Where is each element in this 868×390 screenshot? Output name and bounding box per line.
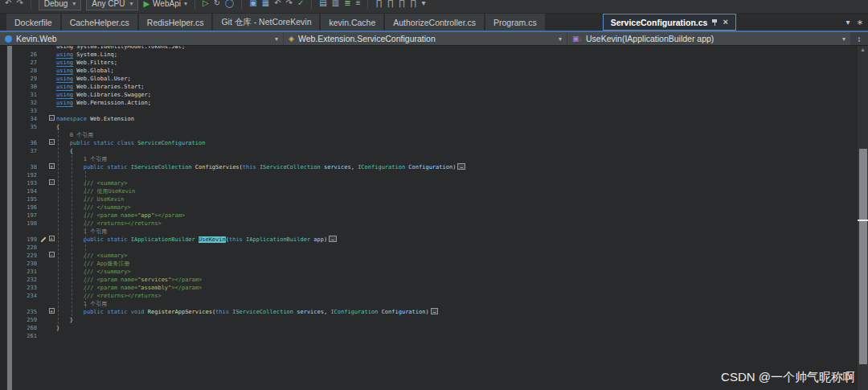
redo-icon[interactable]: ↷ — [286, 0, 293, 14]
indent-icon[interactable]: ≣ — [344, 0, 350, 14]
code-line[interactable]: 229− /// <summary> — [0, 252, 857, 260]
chevron-down-icon: ▾ — [559, 35, 562, 43]
navigate-forward-icon[interactable]: ↷ — [16, 0, 23, 14]
toolbar-overflow-icon[interactable]: ▾ — [421, 0, 425, 14]
comment-icon[interactable]: ▤ — [319, 0, 326, 14]
code-line[interactable]: 37 { — [0, 147, 857, 155]
collapse-region-icon[interactable]: − — [47, 115, 56, 123]
code-line[interactable]: 27using Web.Filters; — [0, 59, 857, 67]
bookmark-prev-icon[interactable]: ∏ — [375, 0, 382, 14]
bookmark-clear-icon[interactable]: ∏ — [410, 0, 416, 14]
code-line[interactable]: 231 /// </summary> — [0, 268, 857, 276]
save-icon[interactable]: ▣ — [249, 0, 256, 14]
codelens-line[interactable]: 1 个引用 — [0, 228, 857, 236]
platform-dropdown[interactable]: Any CPU ▾ — [86, 0, 138, 10]
debug-configuration-dropdown[interactable]: Debug ▾ — [39, 0, 81, 10]
run-button[interactable]: ▶ WebApi ▾ — [143, 0, 187, 8]
gear-icon[interactable]: ∗ — [857, 18, 863, 27]
code-line[interactable]: 194 /// 使用UseKevin — [0, 187, 857, 195]
collapse-region-icon[interactable]: − — [47, 252, 56, 260]
undo-icon[interactable]: ↶ — [274, 0, 280, 14]
expand-region-icon[interactable]: + — [47, 236, 56, 244]
tab-cachehelper-cs[interactable]: CacheHelper.cs — [62, 14, 137, 31]
fold-spacer — [47, 91, 56, 99]
code-line[interactable]: 35{ — [0, 123, 857, 131]
codelens-line[interactable]: 1 个引用 — [0, 300, 857, 308]
tab-program-cs[interactable]: Program.cs — [485, 14, 545, 31]
code-line[interactable]: 38+ public static IServiceCollection Con… — [0, 163, 857, 171]
code-line[interactable]: 29using Web.Global.User; — [0, 75, 857, 83]
code-line[interactable]: 233 /// <param name="assembly"></param> — [0, 284, 857, 292]
tab-dockerfile[interactable]: Dockerfile — [6, 14, 60, 31]
breadcrumb-type-label: Web.Extension.ServiceConfiguration — [298, 34, 436, 43]
code-text: { — [56, 147, 857, 155]
code-line[interactable]: 232 /// <param name="services"></param> — [0, 276, 857, 284]
tab-authorizecontroller-cs[interactable]: AuthorizeController.cs — [385, 14, 484, 31]
code-line[interactable]: 192 — [0, 171, 857, 179]
navigate-back-icon[interactable]: ↶ — [5, 0, 11, 14]
code-line[interactable]: 235+ public static void RegisterAppServi… — [0, 308, 857, 316]
code-line[interactable]: 198 /// <returns></returns> — [0, 220, 857, 228]
restart-icon[interactable]: ↻ — [214, 0, 220, 14]
code-line[interactable]: 259 } — [0, 316, 857, 324]
code-line[interactable]: 32using Web.Permission.Action; — [0, 99, 857, 107]
code-line[interactable]: 34−namespace Web.Extension — [0, 115, 857, 123]
code-line[interactable]: 230 /// App服务注册 — [0, 260, 857, 268]
start-without-debug-icon[interactable]: ▷ — [203, 0, 209, 14]
code-line[interactable]: 260} — [0, 324, 857, 332]
vertical-scrollbar[interactable]: ▲ — [857, 46, 868, 390]
tab-label: kevin.Cache — [329, 18, 375, 27]
tab-gap — [547, 14, 603, 31]
breadcrumb-type[interactable]: ◈ Web.Extension.ServiceConfiguration ▾ — [284, 32, 567, 45]
code-line[interactable]: 26using System.Linq; — [0, 51, 857, 59]
collapse-region-icon[interactable]: − — [47, 139, 56, 147]
code-editor[interactable]: using System.IdentityModel.Tokens.Jwt;26… — [0, 46, 868, 390]
bookmark-next-icon[interactable]: ∏ — [399, 0, 405, 14]
code-line[interactable]: 234 /// <returns></returns> — [0, 292, 857, 300]
code-line[interactable]: 31using Web.Libraries.Swagger; — [0, 91, 857, 99]
collapse-region-icon[interactable]: − — [47, 179, 56, 187]
document-tab-bar: DockerfileCacheHelper.csRedisHelper.csGi… — [0, 14, 868, 31]
hot-reload-icon[interactable]: ◯ — [225, 0, 234, 14]
breadcrumb-project[interactable]: Kevin.Web ▾ — [0, 32, 284, 45]
split-editor-button[interactable]: ↕ — [850, 32, 868, 45]
code-text: using Web.Permission.Action; — [56, 99, 857, 107]
tab-git-netcorekevin[interactable]: Git 仓库 - NetCoreKevin — [213, 14, 319, 31]
code-line[interactable]: 30using Web.Libraries.Start; — [0, 83, 857, 91]
code-line[interactable]: 33 — [0, 107, 857, 115]
expand-region-icon[interactable]: + — [47, 308, 56, 316]
code-text — [56, 107, 857, 115]
codelens-line[interactable]: 0 个引用 — [0, 131, 857, 139]
margin-spacer — [40, 211, 47, 220]
margin-spacer — [40, 332, 47, 340]
code-line[interactable]: 196 /// </summary> — [0, 203, 857, 211]
uncomment-icon[interactable]: ▥ — [332, 0, 339, 14]
tab-kevin-cache[interactable]: kevin.Cache — [321, 14, 383, 31]
save-all-icon[interactable]: ▦ — [262, 0, 269, 14]
margin-spacer — [40, 99, 47, 107]
code-line[interactable]: 199+ public static IApplicationBuilder U… — [0, 236, 857, 244]
code-line[interactable]: 228 — [0, 244, 857, 252]
expand-region-icon[interactable]: + — [47, 163, 56, 171]
run-tests-icon[interactable]: ✓ — [297, 0, 304, 14]
run-icon: ▶ — [143, 0, 149, 8]
code-line[interactable]: 261 — [0, 332, 857, 340]
tab-redishelper-cs[interactable]: RedisHelper.cs — [139, 14, 212, 31]
bookmark-icon[interactable]: ∏ — [387, 0, 394, 14]
tab-serviceconfiguration-cs[interactable]: ServiceConfiguration.cs× — [603, 14, 736, 31]
breadcrumb-member[interactable]: ▣↓ UseKevin(IApplicationBuilder app) ▾ — [567, 32, 850, 45]
scrollbar-thumb[interactable] — [859, 149, 867, 364]
code-line[interactable]: 28using Web.Global; — [0, 67, 857, 75]
scroll-up-icon[interactable]: ▲ — [858, 47, 868, 52]
code-line[interactable]: 195 /// UseKevin — [0, 195, 857, 203]
code-line[interactable]: 193− /// <summary> — [0, 179, 857, 187]
margin-spacer — [40, 252, 47, 260]
code-line[interactable]: 197 /// <param name="app"></param> — [0, 211, 857, 220]
toolbar-separator — [194, 0, 195, 9]
outdent-icon[interactable]: ≡ — [356, 0, 361, 14]
pin-icon[interactable] — [712, 18, 718, 26]
close-icon[interactable]: × — [723, 18, 727, 27]
tab-overflow-icon[interactable]: ▾ — [846, 18, 850, 27]
code-line[interactable]: 36− public static class ServiceConfigura… — [0, 139, 857, 147]
codelens-line[interactable]: 1 个引用 — [0, 155, 857, 163]
